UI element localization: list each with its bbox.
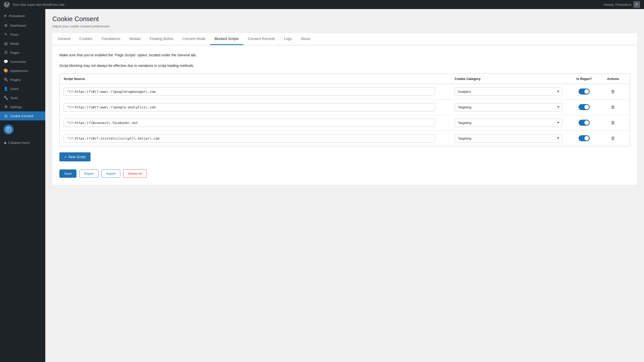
collapse-icon: ◀ [4,141,6,145]
actions-cell-4: 🗑 [600,135,626,142]
sidebar-item-plugins[interactable]: 🔌 Plugins [0,75,45,84]
site-name: Your new super fast WordPress site. [13,3,65,7]
scripts-table: Script Source Cookie Category Is Regex? … [59,74,630,146]
sidebar-brand[interactable]: ✦ Pressidium [0,11,45,21]
delete-button-1[interactable]: 🗑 [609,88,617,95]
actions-cell-2: 🗑 [600,104,626,111]
sidebar-item-label: Settings [10,105,22,109]
tab-blocked-scripts[interactable]: Blocked Scripts [210,33,243,45]
script-source-input-1[interactable] [64,87,435,96]
regex-cell-2 [568,104,600,110]
howdy-label: Howdy, Pressidium [604,3,631,7]
regex-cell-4 [568,135,600,141]
tab-general[interactable]: General [53,33,75,45]
pages-icon: ☰ [4,50,8,55]
script-source-cell [64,134,455,143]
collapse-menu[interactable]: ◀ Collapse menu [0,139,45,147]
tab-logs[interactable]: Logs [279,33,296,45]
content-area: Make sure that you've enabled the "Page … [52,45,637,185]
table-row: Analytics Targeting Functional Necessary [60,131,630,146]
category-select-3[interactable]: Analytics Targeting Functional Necessary [455,119,562,127]
actions-cell-3: 🗑 [600,119,626,126]
appearance-icon: 🎨 [4,68,8,73]
main-content: Cookie Consent Adjust your cookie consen… [45,9,644,362]
sidebar-item-label: Pages [10,51,19,55]
sidebar-item-tools[interactable]: 🔧 Tools [0,93,45,102]
delete-button-2[interactable]: 🗑 [609,104,617,111]
tab-consent-records[interactable]: Consent Records [243,33,279,45]
regex-toggle-4[interactable] [579,135,590,141]
sidebar-item-label: Users [10,87,19,91]
category-cell-2: Analytics Targeting Functional Necessary [455,103,568,111]
tab-consent-mode[interactable]: Consent Mode [178,33,210,45]
col-header-script-source: Script Source [64,77,455,81]
category-cell-3: Analytics Targeting Functional Necessary [455,119,568,127]
users-icon: 👤 [4,86,8,91]
tools-icon: 🔧 [4,96,8,100]
settings-icon: ⚙ [4,105,8,109]
regex-toggle-3[interactable] [579,120,590,126]
regex-cell-3 [568,120,600,126]
collapse-label: Collapse menu [8,141,30,145]
sidebar-item-cookie-consent[interactable]: ◎ Cookie Consent [0,111,45,120]
col-header-is-regex: Is Regex? [568,77,600,81]
posts-icon: ✎ [4,32,8,37]
delete-all-button[interactable]: Delete All [123,169,147,178]
sidebar: ✦ Pressidium ⊞ Dashboard ✎ Posts ▤ Media… [0,9,45,362]
tab-about[interactable]: About [296,33,315,45]
sidebar-item-label: Appearance [10,69,28,73]
tabs-bar: General Cookies Translations Modals Floa… [52,33,637,45]
regex-toggle-2[interactable] [579,104,590,110]
regex-toggle-1[interactable] [579,88,590,95]
col-header-actions: Actions [600,77,626,81]
delete-button-3[interactable]: 🗑 [609,119,617,126]
info-line1: Make sure that you've enabled the "Page … [59,52,630,58]
sidebar-item-media[interactable]: ▤ Media [0,39,45,48]
sidebar-item-appearance[interactable]: 🎨 Appearance [0,66,45,75]
sidebar-item-label: Media [10,42,19,46]
new-script-button[interactable]: + New Script [59,152,91,161]
sidebar-item-pages[interactable]: ☰ Pages [0,48,45,57]
script-source-cell [64,119,455,127]
sidebar-item-label: Dashboard [10,24,26,27]
sidebar-item-label: Posts [10,33,18,36]
pressidium-avatar[interactable] [4,124,14,134]
table-row: Analytics Targeting Functional Necessary [60,100,630,115]
sidebar-item-posts[interactable]: ✎ Posts [0,30,45,39]
script-source-input-2[interactable] [64,103,435,111]
col-header-cookie-category: Cookie Category [455,77,568,81]
dashboard-icon: ⊞ [4,23,8,28]
script-source-input-3[interactable] [64,119,435,127]
category-cell-4: Analytics Targeting Functional Necessary [455,134,568,143]
sidebar-brand-label: Pressidium [9,14,25,18]
tab-cookies[interactable]: Cookies [75,33,97,45]
comments-icon: 💬 [4,59,8,64]
import-button[interactable]: Import [101,169,120,178]
tab-modals[interactable]: Modals [125,33,145,45]
table-row: Analytics Targeting Functional Necessary [60,84,630,100]
tab-floating-button[interactable]: Floating Button [145,33,178,45]
save-button[interactable]: Save [59,169,76,178]
category-select-1[interactable]: Analytics Targeting Functional Necessary [455,87,562,96]
sidebar-item-label: Tools [10,96,18,100]
media-icon: ▤ [4,41,8,46]
page-subtitle: Adjust your cookie consent preferences. [52,24,637,28]
table-header: Script Source Cookie Category Is Regex? … [60,74,630,84]
sidebar-item-users[interactable]: 👤 Users [0,84,45,93]
category-select-2[interactable]: Analytics Targeting Functional Necessary [455,103,562,111]
export-button[interactable]: Export [79,169,99,178]
delete-button-4[interactable]: 🗑 [609,135,617,142]
page-title: Cookie Consent [52,15,637,23]
sidebar-item-dashboard[interactable]: ⊞ Dashboard [0,21,45,30]
script-source-input-4[interactable] [64,134,435,143]
plus-icon: + [64,155,66,159]
tab-translations[interactable]: Translations [97,33,125,45]
category-cell-1: Analytics Targeting Functional Necessary [455,87,568,96]
sidebar-item-label: Cookie Consent [10,114,33,118]
sidebar-item-label: Comments [10,60,26,64]
sidebar-item-settings[interactable]: ⚙ Settings [0,102,45,111]
sidebar-item-comments[interactable]: 💬 Comments [0,57,45,66]
cookie-consent-icon: ◎ [4,114,8,118]
admin-bar: Your new super fast WordPress site. Howd… [0,0,644,9]
category-select-4[interactable]: Analytics Targeting Functional Necessary [455,134,562,143]
